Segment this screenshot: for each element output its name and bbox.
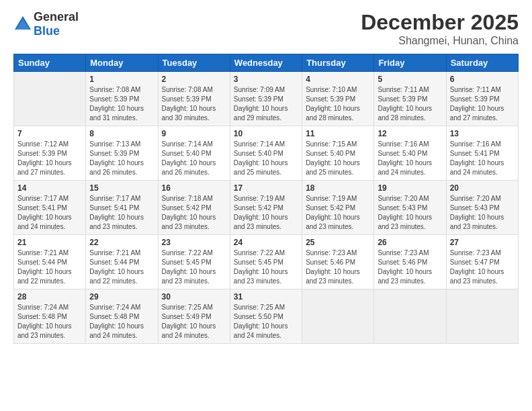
day-number: 19	[378, 183, 442, 193]
day-number: 30	[162, 292, 226, 302]
day-info: Sunrise: 7:19 AM Sunset: 5:42 PM Dayligh…	[234, 194, 298, 232]
table-row: 28Sunrise: 7:24 AM Sunset: 5:48 PM Dayli…	[14, 289, 86, 344]
day-number: 3	[234, 75, 298, 84]
day-number: 2	[162, 75, 226, 84]
day-info: Sunrise: 7:09 AM Sunset: 5:39 PM Dayligh…	[234, 85, 298, 123]
day-number: 10	[234, 129, 298, 138]
day-number: 11	[306, 129, 370, 138]
calendar-table: Sunday Monday Tuesday Wednesday Thursday…	[13, 54, 519, 344]
table-row: 14Sunrise: 7:17 AM Sunset: 5:41 PM Dayli…	[14, 181, 86, 235]
day-info: Sunrise: 7:20 AM Sunset: 5:43 PM Dayligh…	[378, 194, 442, 232]
weekday-header-row: Sunday Monday Tuesday Wednesday Thursday…	[14, 54, 519, 72]
calendar-week-row: 28Sunrise: 7:24 AM Sunset: 5:48 PM Dayli…	[14, 289, 519, 344]
table-row: 2Sunrise: 7:08 AM Sunset: 5:39 PM Daylig…	[158, 72, 230, 126]
day-number: 26	[378, 238, 442, 247]
table-row: 20Sunrise: 7:20 AM Sunset: 5:43 PM Dayli…	[446, 181, 518, 235]
month-title: December 2025	[361, 10, 519, 35]
table-row: 12Sunrise: 7:16 AM Sunset: 5:40 PM Dayli…	[374, 126, 446, 181]
table-row: 10Sunrise: 7:14 AM Sunset: 5:40 PM Dayli…	[230, 126, 302, 181]
table-row: 23Sunrise: 7:22 AM Sunset: 5:45 PM Dayli…	[158, 235, 230, 289]
table-row: 16Sunrise: 7:18 AM Sunset: 5:42 PM Dayli…	[158, 181, 230, 235]
header-saturday: Saturday	[446, 54, 518, 72]
day-number: 27	[450, 238, 515, 247]
day-number: 6	[450, 75, 515, 84]
calendar-week-row: 7Sunrise: 7:12 AM Sunset: 5:39 PM Daylig…	[14, 126, 519, 181]
day-info: Sunrise: 7:20 AM Sunset: 5:43 PM Dayligh…	[450, 194, 515, 232]
day-info: Sunrise: 7:22 AM Sunset: 5:45 PM Dayligh…	[234, 248, 298, 286]
day-number: 16	[162, 183, 226, 193]
table-row: 18Sunrise: 7:19 AM Sunset: 5:42 PM Dayli…	[302, 181, 374, 235]
day-number: 18	[306, 183, 370, 193]
table-row: 1Sunrise: 7:08 AM Sunset: 5:39 PM Daylig…	[86, 72, 158, 126]
day-info: Sunrise: 7:18 AM Sunset: 5:42 PM Dayligh…	[162, 194, 226, 232]
day-info: Sunrise: 7:24 AM Sunset: 5:48 PM Dayligh…	[17, 303, 82, 340]
day-number: 1	[89, 75, 154, 84]
day-number: 5	[378, 75, 442, 84]
day-number: 23	[162, 238, 226, 247]
day-number: 31	[234, 292, 298, 302]
day-number: 8	[89, 129, 154, 138]
day-info: Sunrise: 7:16 AM Sunset: 5:40 PM Dayligh…	[378, 140, 442, 177]
day-info: Sunrise: 7:16 AM Sunset: 5:41 PM Dayligh…	[450, 140, 515, 177]
calendar-week-row: 1Sunrise: 7:08 AM Sunset: 5:39 PM Daylig…	[14, 72, 519, 126]
day-number: 28	[17, 292, 82, 302]
location: Shangmei, Hunan, China	[361, 35, 519, 47]
table-row: 6Sunrise: 7:11 AM Sunset: 5:39 PM Daylig…	[446, 72, 518, 126]
header: General Blue December 2025 Shangmei, Hun…	[13, 10, 519, 47]
table-row: 5Sunrise: 7:11 AM Sunset: 5:39 PM Daylig…	[374, 72, 446, 126]
day-info: Sunrise: 7:14 AM Sunset: 5:40 PM Dayligh…	[234, 140, 298, 177]
day-info: Sunrise: 7:14 AM Sunset: 5:40 PM Dayligh…	[162, 140, 226, 177]
table-row: 9Sunrise: 7:14 AM Sunset: 5:40 PM Daylig…	[158, 126, 230, 181]
table-row: 7Sunrise: 7:12 AM Sunset: 5:39 PM Daylig…	[14, 126, 86, 181]
table-row	[14, 72, 86, 126]
header-thursday: Thursday	[302, 54, 374, 72]
day-number: 22	[89, 238, 154, 247]
table-row: 27Sunrise: 7:23 AM Sunset: 5:47 PM Dayli…	[446, 235, 518, 289]
header-monday: Monday	[86, 54, 158, 72]
table-row: 3Sunrise: 7:09 AM Sunset: 5:39 PM Daylig…	[230, 72, 302, 126]
day-number: 14	[17, 183, 82, 193]
day-info: Sunrise: 7:08 AM Sunset: 5:39 PM Dayligh…	[89, 85, 154, 123]
table-row: 29Sunrise: 7:24 AM Sunset: 5:48 PM Dayli…	[86, 289, 158, 344]
day-info: Sunrise: 7:23 AM Sunset: 5:46 PM Dayligh…	[306, 248, 370, 286]
table-row: 24Sunrise: 7:22 AM Sunset: 5:45 PM Dayli…	[230, 235, 302, 289]
day-number: 29	[89, 292, 154, 302]
day-info: Sunrise: 7:25 AM Sunset: 5:50 PM Dayligh…	[234, 303, 298, 340]
table-row: 31Sunrise: 7:25 AM Sunset: 5:50 PM Dayli…	[230, 289, 302, 344]
day-number: 25	[306, 238, 370, 247]
logo-general-text: General	[34, 10, 79, 24]
table-row: 19Sunrise: 7:20 AM Sunset: 5:43 PM Dayli…	[374, 181, 446, 235]
table-row: 21Sunrise: 7:21 AM Sunset: 5:44 PM Dayli…	[14, 235, 86, 289]
day-number: 13	[450, 129, 515, 138]
page: General Blue December 2025 Shangmei, Hun…	[0, 0, 532, 411]
day-info: Sunrise: 7:13 AM Sunset: 5:39 PM Dayligh…	[89, 140, 154, 177]
day-info: Sunrise: 7:24 AM Sunset: 5:48 PM Dayligh…	[89, 303, 154, 340]
table-row	[374, 289, 446, 344]
day-number: 17	[234, 183, 298, 193]
table-row: 30Sunrise: 7:25 AM Sunset: 5:49 PM Dayli…	[158, 289, 230, 344]
day-info: Sunrise: 7:15 AM Sunset: 5:40 PM Dayligh…	[306, 140, 370, 177]
table-row	[446, 289, 518, 344]
logo-icon	[13, 15, 32, 34]
day-info: Sunrise: 7:12 AM Sunset: 5:39 PM Dayligh…	[17, 140, 82, 177]
day-info: Sunrise: 7:22 AM Sunset: 5:45 PM Dayligh…	[162, 248, 226, 286]
day-info: Sunrise: 7:17 AM Sunset: 5:41 PM Dayligh…	[17, 194, 82, 232]
day-info: Sunrise: 7:10 AM Sunset: 5:39 PM Dayligh…	[306, 85, 370, 123]
title-block: December 2025 Shangmei, Hunan, China	[361, 10, 519, 47]
day-info: Sunrise: 7:23 AM Sunset: 5:46 PM Dayligh…	[378, 248, 442, 286]
calendar-week-row: 21Sunrise: 7:21 AM Sunset: 5:44 PM Dayli…	[14, 235, 519, 289]
header-friday: Friday	[374, 54, 446, 72]
day-info: Sunrise: 7:08 AM Sunset: 5:39 PM Dayligh…	[162, 85, 226, 123]
calendar-week-row: 14Sunrise: 7:17 AM Sunset: 5:41 PM Dayli…	[14, 181, 519, 235]
day-info: Sunrise: 7:21 AM Sunset: 5:44 PM Dayligh…	[17, 248, 82, 286]
day-number: 12	[378, 129, 442, 138]
day-number: 9	[162, 129, 226, 138]
day-number: 20	[450, 183, 515, 193]
header-tuesday: Tuesday	[158, 54, 230, 72]
day-number: 24	[234, 238, 298, 247]
table-row: 25Sunrise: 7:23 AM Sunset: 5:46 PM Dayli…	[302, 235, 374, 289]
day-number: 4	[306, 75, 370, 84]
table-row	[302, 289, 374, 344]
table-row: 26Sunrise: 7:23 AM Sunset: 5:46 PM Dayli…	[374, 235, 446, 289]
day-number: 21	[17, 238, 82, 247]
